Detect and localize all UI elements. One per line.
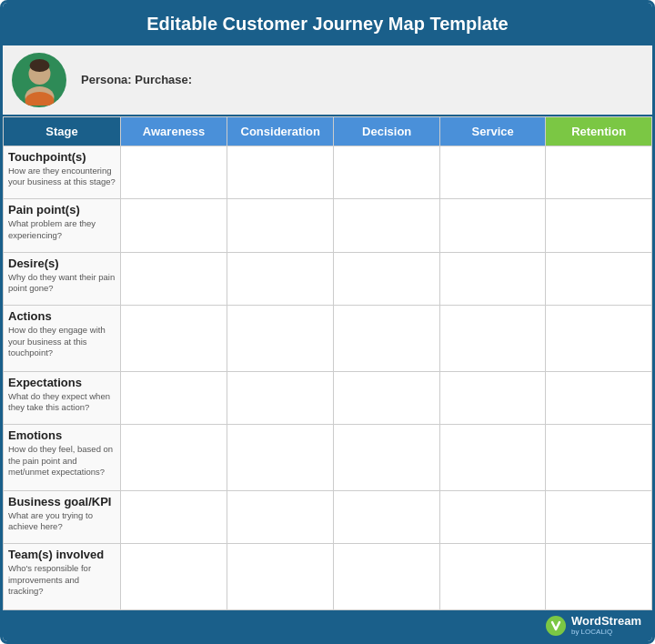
- row-label-cell: ExpectationsWhat do they expect when the…: [4, 371, 121, 424]
- row-label-cell: Touchpoint(s)How are they encountering y…: [4, 146, 121, 199]
- main-container: Editable Customer Journey Map Template P…: [0, 0, 655, 644]
- header-awareness: Awareness: [121, 117, 227, 146]
- data-cell[interactable]: [227, 146, 334, 199]
- data-cell[interactable]: [546, 199, 652, 252]
- table-row: Desire(s)Why do they want their pain poi…: [4, 252, 652, 305]
- header-stage: Stage: [4, 117, 121, 146]
- wordstream-text: WordStream by LOCALIQ: [571, 615, 641, 636]
- wordstream-logo: WordStream by LOCALIQ: [546, 615, 641, 636]
- data-cell[interactable]: [546, 425, 652, 491]
- data-cell[interactable]: [334, 371, 440, 424]
- data-cell[interactable]: [334, 199, 440, 252]
- data-cell[interactable]: [546, 490, 652, 543]
- persona-text: Persona: Purchase:: [81, 69, 192, 90]
- row-label-cell: Pain point(s)What problem are they exper…: [4, 199, 121, 252]
- row-label-cell: Team(s) involvedWho's responsible for im…: [4, 544, 121, 610]
- row-label-cell: Desire(s)Why do they want their pain poi…: [4, 252, 121, 305]
- data-cell[interactable]: [121, 425, 227, 491]
- header-consideration: Consideration: [227, 117, 334, 146]
- data-cell[interactable]: [439, 199, 545, 252]
- data-cell[interactable]: [227, 371, 334, 424]
- data-cell[interactable]: [227, 544, 334, 610]
- page-title: Editable Customer Journey Map Template: [146, 14, 509, 34]
- data-cell[interactable]: [546, 371, 652, 424]
- table-row: Business goal/KPIWhat are you trying to …: [4, 490, 652, 543]
- journey-table: Stage Awareness Consideration Decision S…: [3, 116, 652, 610]
- data-cell[interactable]: [227, 252, 334, 305]
- avatar: [12, 53, 66, 107]
- data-cell[interactable]: [439, 544, 545, 610]
- data-cell[interactable]: [334, 544, 440, 610]
- persona-row: Persona: Purchase:: [3, 45, 652, 116]
- brand-name: WordStream: [571, 615, 641, 628]
- data-cell[interactable]: [546, 252, 652, 305]
- data-cell[interactable]: [121, 306, 227, 372]
- data-cell[interactable]: [121, 146, 227, 199]
- data-cell[interactable]: [439, 425, 545, 491]
- data-cell[interactable]: [546, 544, 652, 610]
- row-label-cell: ActionsHow do they engage with your busi…: [4, 306, 121, 372]
- wordstream-icon: [546, 616, 566, 636]
- data-cell[interactable]: [227, 199, 334, 252]
- data-cell[interactable]: [227, 490, 334, 543]
- data-cell[interactable]: [227, 306, 334, 372]
- row-label-cell: EmotionsHow do they feel, based on the p…: [4, 425, 121, 491]
- data-cell[interactable]: [121, 490, 227, 543]
- header-decision: Decision: [334, 117, 440, 146]
- data-cell[interactable]: [439, 306, 545, 372]
- data-cell[interactable]: [334, 425, 440, 491]
- data-cell[interactable]: [334, 252, 440, 305]
- data-cell[interactable]: [121, 252, 227, 305]
- title-bar: Editable Customer Journey Map Template: [3, 3, 652, 45]
- data-cell[interactable]: [121, 544, 227, 610]
- table-row: Touchpoint(s)How are they encountering y…: [4, 146, 652, 199]
- header-retention: Retention: [546, 117, 652, 146]
- brand-sub: by LOCALIQ: [571, 629, 641, 637]
- table-row: EmotionsHow do they feel, based on the p…: [4, 425, 652, 491]
- table-row: ActionsHow do they engage with your busi…: [4, 306, 652, 372]
- data-cell[interactable]: [121, 371, 227, 424]
- footer: WordStream by LOCALIQ: [3, 610, 652, 641]
- table-row: Team(s) involvedWho's responsible for im…: [4, 544, 652, 610]
- table-row: Pain point(s)What problem are they exper…: [4, 199, 652, 252]
- data-cell[interactable]: [227, 425, 334, 491]
- data-cell[interactable]: [439, 490, 545, 543]
- data-cell[interactable]: [439, 146, 545, 199]
- table-row: ExpectationsWhat do they expect when the…: [4, 371, 652, 424]
- table-container: Stage Awareness Consideration Decision S…: [3, 116, 652, 610]
- data-cell[interactable]: [439, 371, 545, 424]
- svg-point-1: [29, 59, 49, 72]
- data-cell[interactable]: [439, 252, 545, 305]
- data-cell[interactable]: [334, 306, 440, 372]
- data-cell[interactable]: [546, 306, 652, 372]
- data-cell[interactable]: [121, 199, 227, 252]
- data-cell[interactable]: [334, 490, 440, 543]
- purchase-label: Purchase:: [135, 73, 192, 86]
- data-cell[interactable]: [546, 146, 652, 199]
- persona-label: Persona:: [81, 73, 132, 86]
- header-service: Service: [439, 117, 545, 146]
- data-cell[interactable]: [334, 146, 440, 199]
- row-label-cell: Business goal/KPIWhat are you trying to …: [4, 490, 121, 543]
